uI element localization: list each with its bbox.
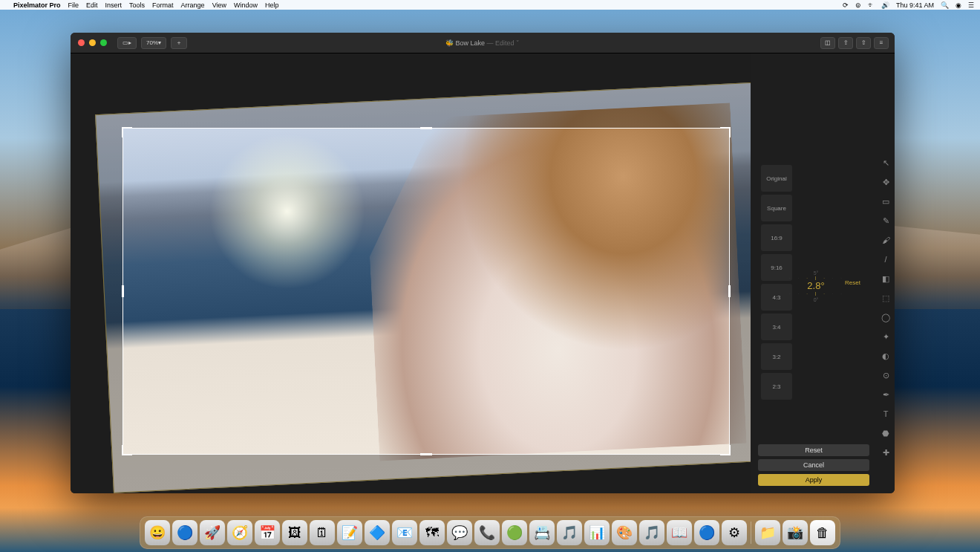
- apply-button[interactable]: Apply: [758, 474, 869, 486]
- tool-line-icon[interactable]: /: [881, 254, 891, 264]
- menu-format[interactable]: Format: [152, 1, 174, 9]
- aspect-4-3[interactable]: 4:3: [761, 284, 792, 311]
- macos-dock: 😀 🔵 🚀 🧭 📅 🖼 🗓 📝 🔷 📧 🗺 💬 📞 🟢 📇 🎵 📊 🎨 🎵 📖 …: [140, 516, 840, 549]
- aspect-9-16[interactable]: 9:16: [761, 254, 792, 281]
- adjustments-button[interactable]: ≡: [874, 37, 889, 49]
- export-button[interactable]: ⇪: [838, 37, 853, 49]
- zoom-value: 70%: [146, 39, 158, 46]
- menu-help[interactable]: Help: [265, 1, 279, 9]
- tool-pencil-icon[interactable]: ✎: [881, 215, 891, 226]
- menu-edit[interactable]: Edit: [86, 1, 98, 9]
- aspect-square[interactable]: Square: [761, 195, 792, 221]
- aspect-3-2[interactable]: 3:2: [761, 343, 792, 370]
- dock-reminders-icon[interactable]: 📇: [529, 520, 555, 545]
- crop-tool-button[interactable]: ◫: [820, 37, 835, 49]
- dock-separator: [751, 522, 751, 544]
- status-volume-icon[interactable]: 🔊: [881, 1, 889, 9]
- menu-view[interactable]: View: [212, 1, 226, 9]
- workspace: Original Square 16:9 9:16 4:3 3:4 3:2 2:…: [71, 53, 895, 493]
- dock-appstore-icon[interactable]: 🔵: [694, 520, 719, 545]
- window-minimize-button[interactable]: [89, 39, 96, 46]
- menu-file[interactable]: File: [68, 1, 79, 9]
- dock-mail-icon[interactable]: 📧: [392, 520, 417, 545]
- dock-messages-icon[interactable]: 💬: [447, 520, 472, 545]
- crop-handle-bottom[interactable]: [420, 453, 432, 455]
- tool-gradient-icon[interactable]: ◧: [881, 273, 891, 284]
- title-dropdown-icon[interactable]: ˅: [516, 39, 520, 47]
- crop-handle-bottom-left[interactable]: [122, 445, 132, 455]
- tool-text-icon[interactable]: T: [881, 409, 891, 419]
- menu-arrange[interactable]: Arrange: [181, 1, 205, 9]
- crop-handle-right[interactable]: [728, 285, 731, 297]
- app-window: ▭▸ 70% ▾ ＋ 🐝 Bow Lake — Edited ˅ ◫ ⇪ ⇧ ≡: [71, 33, 895, 493]
- dock-calendar-icon[interactable]: 📅: [255, 520, 280, 545]
- tool-brush-icon[interactable]: 🖌: [881, 235, 891, 245]
- tool-repair-icon[interactable]: ✚: [881, 447, 891, 458]
- crop-handle-top[interactable]: [420, 127, 432, 129]
- document-icon: 🐝: [445, 39, 454, 47]
- dock-photos-icon[interactable]: 🖼: [282, 520, 307, 545]
- status-wifi-icon[interactable]: ⊚: [855, 1, 861, 9]
- inspector-panel: Original Square 16:9 9:16 4:3 3:4 3:2 2:…: [751, 53, 877, 493]
- tool-sparkle-icon[interactable]: ✦: [881, 331, 891, 342]
- tool-move-icon[interactable]: ✥: [881, 177, 891, 187]
- dock-settings-icon[interactable]: ⚙: [722, 520, 747, 545]
- dock-launchpad-icon[interactable]: 🚀: [200, 520, 225, 545]
- dock-trash-icon[interactable]: 🗑: [810, 520, 835, 545]
- dock-contacts-icon[interactable]: 🟢: [502, 520, 527, 545]
- dock-siri-icon[interactable]: 🔵: [172, 520, 197, 545]
- add-button[interactable]: ＋: [171, 37, 187, 49]
- dock-maps-icon[interactable]: 🗺: [419, 520, 445, 545]
- dock-music-icon[interactable]: 🎵: [557, 520, 582, 545]
- tool-marquee-icon[interactable]: ▭: [881, 196, 891, 207]
- tool-pen-icon[interactable]: ✒: [881, 389, 891, 400]
- tool-shape-icon[interactable]: ◯: [881, 312, 891, 322]
- menu-window[interactable]: Window: [234, 1, 258, 9]
- status-siri-icon[interactable]: ◉: [956, 1, 961, 9]
- aspect-16-9[interactable]: 16:9: [761, 224, 792, 251]
- share-button[interactable]: ⇧: [856, 37, 871, 49]
- dock-calendar2-icon[interactable]: 🗓: [310, 520, 335, 545]
- crop-handle-top-right[interactable]: [720, 127, 731, 137]
- aspect-3-4[interactable]: 3:4: [761, 314, 792, 340]
- zoom-dropdown[interactable]: 70% ▾: [141, 37, 166, 49]
- status-refresh-icon[interactable]: ⟳: [843, 1, 849, 9]
- dock-numbers-icon[interactable]: 📊: [584, 520, 610, 545]
- tool-arrow-icon[interactable]: ↖: [881, 158, 891, 168]
- canvas-area[interactable]: [71, 53, 751, 493]
- dock-itunes-icon[interactable]: 🎵: [639, 520, 664, 545]
- dock-facetime-icon[interactable]: 📞: [474, 520, 500, 545]
- aspect-2-3[interactable]: 2:3: [761, 373, 792, 400]
- tool-clone-icon[interactable]: ⊙: [881, 370, 891, 380]
- layout-toggle-button[interactable]: ▭▸: [117, 37, 137, 49]
- dock-notes-icon[interactable]: 📝: [337, 520, 362, 545]
- aspect-original[interactable]: Original: [761, 165, 792, 192]
- menubar-app-name[interactable]: Pixelmator Pro: [13, 1, 61, 9]
- tool-crop-icon[interactable]: ⬚: [881, 293, 891, 303]
- dock-books-icon[interactable]: 📖: [667, 520, 692, 545]
- crop-handle-top-left[interactable]: [122, 127, 132, 137]
- status-search-icon[interactable]: 🔍: [941, 1, 949, 9]
- reset-button[interactable]: Reset: [758, 444, 869, 456]
- status-notifications-icon[interactable]: ☰: [968, 1, 974, 9]
- dock-app-icon[interactable]: 🔷: [365, 520, 390, 545]
- rotation-reset-link[interactable]: Reset: [845, 279, 860, 286]
- dock-keynote-icon[interactable]: 🎨: [612, 520, 637, 545]
- dock-pixelmator-icon[interactable]: 📸: [783, 520, 808, 545]
- status-clock[interactable]: Thu 9:41 AM: [896, 1, 934, 9]
- tool-polygon-icon[interactable]: ⬣: [881, 428, 891, 438]
- dock-safari-icon[interactable]: 🧭: [227, 520, 252, 545]
- crop-handle-left[interactable]: [122, 285, 124, 297]
- menu-tools[interactable]: Tools: [129, 1, 145, 9]
- dock-finder-icon[interactable]: 😀: [145, 520, 170, 545]
- crop-handle-bottom-right[interactable]: [720, 445, 731, 455]
- status-battery-icon[interactable]: ᯤ: [868, 1, 875, 9]
- rotation-dial[interactable]: 5° ···|··· 2.8° Reset ···|··· 0°: [789, 269, 843, 302]
- window-close-button[interactable]: [78, 39, 85, 46]
- cancel-button[interactable]: Cancel: [758, 459, 869, 471]
- menu-insert[interactable]: Insert: [105, 1, 122, 9]
- dock-folder-icon[interactable]: 📁: [755, 520, 780, 545]
- window-maximize-button[interactable]: [100, 39, 107, 46]
- tool-adjust-icon[interactable]: ◐: [881, 351, 891, 361]
- crop-rectangle[interactable]: [122, 128, 730, 455]
